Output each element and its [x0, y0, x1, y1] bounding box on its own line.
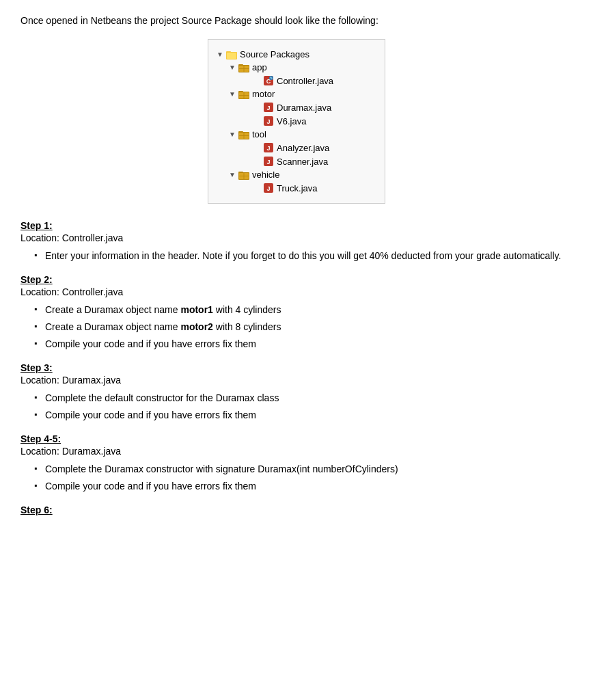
tree-container: ▼ Source Packages ▼: [20, 39, 573, 204]
label-controller: Controller.java: [277, 76, 333, 86]
java-icon-controller: C ✎: [263, 75, 274, 86]
folder-icon-tool: [238, 130, 249, 139]
svg-text:J: J: [266, 105, 270, 111]
java-icon-v6: J: [263, 116, 274, 126]
label-v6: V6.java: [277, 116, 306, 126]
tree-node-vehicle: ▼ vehicle: [229, 168, 371, 181]
list-item: Enter your information in the header. No…: [34, 249, 573, 263]
svg-text:✎: ✎: [270, 76, 273, 80]
step6-heading: Step 6:: [20, 504, 573, 515]
folder-icon-app: [238, 63, 249, 72]
step3-location: Location: Duramax.java: [20, 375, 573, 386]
step2-bullets: Create a Duramax object name motor1 with…: [34, 303, 573, 351]
step2-location: Location: Controller.java: [20, 286, 573, 297]
java-icon-scanner: J: [263, 156, 274, 167]
list-item: Compile your code and if you have errors…: [34, 408, 573, 422]
tree-node-duramax: J Duramax.java: [253, 100, 371, 114]
list-item: Compile your code and if you have errors…: [34, 479, 573, 494]
svg-text:J: J: [266, 145, 270, 152]
tree-node-motor: ▼ motor: [229, 88, 371, 100]
list-item: Complete the Duramax constructor with si…: [34, 462, 573, 476]
java-icon-analyzer: J: [263, 142, 274, 153]
step4-5-section: Step 4-5: Location: Duramax.java Complet…: [20, 433, 573, 494]
label-truck: Truck.java: [277, 183, 317, 193]
step6-section: Step 6:: [20, 504, 573, 515]
step4-5-bullets: Complete the Duramax constructor with si…: [34, 462, 573, 494]
tree-node-analyzer: J Analyzer.java: [253, 141, 371, 154]
label-analyzer: Analyzer.java: [277, 143, 329, 153]
arrow-motor: ▼: [229, 90, 237, 98]
step4-5-heading: Step 4-5:: [20, 433, 573, 444]
label-scanner: Scanner.java: [277, 157, 328, 167]
folder-icon-source-packages: [226, 50, 237, 59]
tree-node-app: ▼ app: [229, 61, 371, 74]
label-app: app: [252, 62, 267, 72]
svg-text:J: J: [266, 159, 270, 165]
list-item: Create a Duramax object name motor1 with…: [34, 303, 573, 317]
list-item: Compile your code and if you have errors…: [34, 337, 573, 351]
step1-location: Location: Controller.java: [20, 232, 573, 243]
step1-heading: Step 1:: [20, 220, 573, 231]
label-tool: tool: [252, 129, 266, 139]
svg-rect-2: [227, 53, 236, 59]
step3-heading: Step 3:: [20, 362, 573, 373]
list-item: Complete the default constructor for the…: [34, 391, 573, 405]
label-source-packages: Source Packages: [240, 49, 309, 59]
folder-icon-vehicle: [238, 170, 249, 180]
bold-motor2: motor2: [180, 321, 212, 332]
svg-text:J: J: [266, 118, 270, 125]
arrow-tool: ▼: [229, 131, 237, 138]
tree-node-tool: ▼ tool: [229, 128, 371, 141]
arrow-app: ▼: [229, 64, 237, 71]
list-item: Create a Duramax object name motor2 with…: [34, 320, 573, 334]
step2-section: Step 2: Location: Controller.java Create…: [20, 274, 573, 351]
bold-motor1: motor1: [180, 304, 212, 315]
label-vehicle: vehicle: [252, 170, 279, 180]
step1-bullets: Enter your information in the header. No…: [34, 249, 573, 263]
java-icon-duramax: J: [263, 102, 274, 113]
arrow-vehicle: ▼: [229, 171, 237, 178]
intro-text: Once opened in Netbeans the project Sour…: [20, 14, 573, 28]
step3-section: Step 3: Location: Duramax.java Complete …: [20, 362, 573, 422]
java-icon-truck: J: [263, 183, 274, 193]
folder-icon-motor: [238, 90, 249, 99]
tree-node-truck: J Truck.java: [253, 181, 371, 195]
step1-section: Step 1: Location: Controller.java Enter …: [20, 220, 573, 263]
arrow-source-packages: ▼: [217, 51, 225, 58]
step2-heading: Step 2:: [20, 274, 573, 285]
svg-text:J: J: [266, 185, 270, 192]
step4-5-location: Location: Duramax.java: [20, 446, 573, 457]
label-motor: motor: [252, 89, 275, 99]
tree-node-v6: J V6.java: [253, 114, 371, 128]
tree-node-scanner: J Scanner.java: [253, 154, 371, 168]
label-duramax: Duramax.java: [277, 103, 331, 113]
tree-node-controller: C ✎ Controller.java: [253, 74, 371, 88]
step3-bullets: Complete the default constructor for the…: [34, 391, 573, 422]
tree-box: ▼ Source Packages ▼: [208, 39, 385, 204]
tree-node-source-packages: ▼ Source Packages: [217, 48, 371, 61]
